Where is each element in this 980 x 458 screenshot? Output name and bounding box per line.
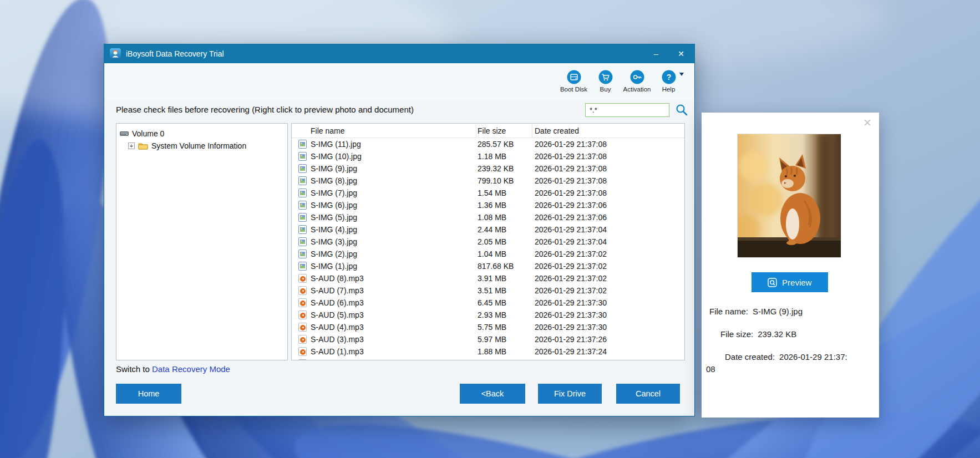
toolbar-label: Boot Disk [560, 86, 587, 93]
close-button[interactable]: ✕ [671, 47, 691, 61]
file-name-label: File name: [709, 307, 748, 316]
file-rows: S-IMG (11).jpg 285.57 KB 2026-01-29 21:3… [292, 138, 684, 360]
table-row[interactable]: S-AUD (5).mp3 2.93 MB 2026-01-29 21:37:3… [292, 309, 684, 321]
table-row[interactable]: S-IMG (1).jpg 817.68 KB 2026-01-29 21:37… [292, 260, 684, 272]
table-row[interactable] [292, 358, 684, 360]
file-size-cell: 5.75 MB [476, 323, 532, 332]
file-list-panel: File name File size Date created S-IMG (… [291, 123, 685, 360]
home-button[interactable]: Home [116, 384, 181, 404]
file-name: S-AUD (7).mp3 [311, 286, 364, 295]
file-name: S-AUD (1).mp3 [311, 347, 364, 356]
file-name-cell: S-IMG (11).jpg [292, 140, 476, 149]
table-row[interactable]: S-IMG (2).jpg 1.04 MB 2026-01-29 21:37:0… [292, 248, 684, 260]
file-type-icon [298, 140, 307, 149]
tree-expander[interactable]: + [128, 143, 135, 149]
desktop: iBoysoft Data Recovery Trial – ✕ Boot Di… [0, 0, 980, 458]
date-created-cell: 2026-01-29 21:37:04 [532, 225, 684, 234]
help-dropdown-caret-icon[interactable] [679, 73, 684, 76]
toolbar: Boot Disk Buy Activa [104, 63, 694, 100]
file-table-header: File name File size Date created [292, 124, 684, 138]
window-title: iBoysoft Data Recovery Trial [126, 49, 641, 58]
file-type-icon [298, 237, 307, 246]
file-size-cell: 2.05 MB [476, 237, 532, 246]
file-name: S-IMG (6).jpg [311, 201, 357, 210]
table-row[interactable]: S-AUD (4).mp3 5.75 MB 2026-01-29 21:37:3… [292, 321, 684, 333]
content-panels: Volume 0 + System Volume Information Fil… [104, 123, 694, 360]
date-created-cell: 2026-01-29 21:37:02 [532, 274, 684, 283]
table-row[interactable]: S-AUD (7).mp3 3.51 MB 2026-01-29 21:37:0… [292, 284, 684, 297]
file-type-icon [298, 225, 307, 234]
table-row[interactable]: S-IMG (3).jpg 2.05 MB 2026-01-29 21:37:0… [292, 236, 684, 248]
data-recovery-mode-link[interactable]: Data Recovery Mode [152, 364, 230, 374]
table-row[interactable]: S-IMG (11).jpg 285.57 KB 2026-01-29 21:3… [292, 138, 684, 150]
toolbar-item-buy[interactable]: Buy [590, 70, 621, 93]
file-size-cell: 2.93 MB [476, 311, 532, 319]
file-name-value: S-IMG (9).jpg [753, 307, 803, 316]
file-name-cell: S-AUD (6).mp3 [292, 298, 476, 307]
file-type-icon [298, 323, 307, 332]
preview-file-size: File size:239.32 KB [702, 328, 879, 340]
file-type-icon [298, 347, 307, 356]
file-name-cell: S-AUD (1).mp3 [292, 347, 476, 356]
filter-input[interactable] [585, 103, 669, 117]
file-type-icon [298, 335, 307, 344]
instruction-text: Please check files before recovering (Ri… [116, 105, 414, 114]
folder-tree: Volume 0 + System Volume Information [116, 123, 288, 360]
buy-cart-icon [598, 70, 613, 84]
preview-metadata: File name:S-IMG (9).jpg File size:239.32… [702, 306, 879, 386]
toolbar-item-help[interactable]: ? Help [653, 70, 684, 93]
column-header-file-size[interactable]: File size [476, 124, 532, 138]
back-button[interactable]: <Back [460, 384, 525, 404]
table-row[interactable]: S-IMG (8).jpg 799.10 KB 2026-01-29 21:37… [292, 175, 684, 187]
column-header-file-name[interactable]: File name [292, 124, 476, 138]
search-icon[interactable] [675, 103, 688, 116]
table-row[interactable]: S-IMG (9).jpg 239.32 KB 2026-01-29 21:37… [292, 162, 684, 175]
file-size-cell: 6.45 MB [476, 298, 532, 307]
cancel-button[interactable]: Cancel [616, 384, 680, 404]
drive-icon [120, 130, 129, 137]
file-name: S-IMG (2).jpg [311, 250, 357, 258]
preview-close-icon[interactable]: ✕ [863, 116, 872, 129]
table-row[interactable]: S-AUD (8).mp3 3.91 MB 2026-01-29 21:37:0… [292, 272, 684, 284]
file-name-cell: S-IMG (8).jpg [292, 176, 476, 185]
preview-button-label: Preview [782, 278, 811, 287]
table-row[interactable]: S-AUD (6).mp3 6.45 MB 2026-01-29 21:37:3… [292, 297, 684, 309]
file-name-cell: S-IMG (10).jpg [292, 152, 476, 161]
table-row[interactable]: S-IMG (7).jpg 1.54 MB 2026-01-29 21:37:0… [292, 187, 684, 199]
file-name: S-IMG (7).jpg [311, 189, 357, 197]
table-row[interactable]: S-IMG (10).jpg 1.18 MB 2026-01-29 21:37:… [292, 150, 684, 162]
file-name: S-AUD (5).mp3 [311, 311, 364, 319]
file-name-cell: S-IMG (6).jpg [292, 201, 476, 210]
boot-disk-icon [567, 70, 581, 84]
table-row[interactable]: S-AUD (3).mp3 5.97 MB 2026-01-29 21:37:2… [292, 333, 684, 345]
table-row[interactable]: S-AUD (1).mp3 1.88 MB 2026-01-29 21:37:2… [292, 345, 684, 358]
table-row[interactable]: S-IMG (4).jpg 2.44 MB 2026-01-29 21:37:0… [292, 223, 684, 236]
date-created-label: Date created: [725, 352, 775, 362]
date-created-cell: 2026-01-29 21:37:08 [532, 140, 684, 149]
fix-drive-button[interactable]: Fix Drive [538, 384, 602, 404]
file-type-icon [298, 359, 307, 360]
column-header-date-created[interactable]: Date created [532, 124, 684, 138]
preview-file-name: File name:S-IMG (9).jpg [702, 306, 879, 318]
file-name-cell: S-IMG (1).jpg [292, 262, 476, 271]
toolbar-item-boot-disk[interactable]: Boot Disk [558, 70, 590, 93]
tree-item-volume[interactable]: Volume 0 [120, 128, 284, 140]
date-created-cell: 2026-01-29 21:37:04 [532, 237, 684, 246]
file-size-value: 239.32 KB [758, 329, 796, 339]
toolbar-items: Boot Disk Buy Activa [558, 70, 684, 93]
tree-item-system-volume-information[interactable]: + System Volume Information [120, 140, 284, 152]
file-name-cell [292, 359, 476, 360]
activation-key-icon [630, 70, 644, 84]
file-size-cell: 3.51 MB [476, 286, 532, 295]
preview-button[interactable]: Preview [751, 272, 828, 292]
toolbar-item-activation[interactable]: Activation [621, 70, 653, 93]
file-size-cell: 799.10 KB [476, 176, 532, 185]
table-row[interactable]: S-IMG (6).jpg 1.36 MB 2026-01-29 21:37:0… [292, 199, 684, 211]
table-row[interactable]: S-IMG (5).jpg 1.08 MB 2026-01-29 21:37:0… [292, 211, 684, 223]
file-name: S-AUD (3).mp3 [311, 335, 364, 344]
instruction-row: Please check files before recovering (Ri… [104, 100, 694, 120]
file-size-cell: 1.88 MB [476, 347, 532, 356]
minimize-button[interactable]: – [646, 47, 666, 61]
file-name: S-AUD (6).mp3 [311, 298, 364, 307]
file-size-cell: 1.54 MB [476, 189, 532, 197]
